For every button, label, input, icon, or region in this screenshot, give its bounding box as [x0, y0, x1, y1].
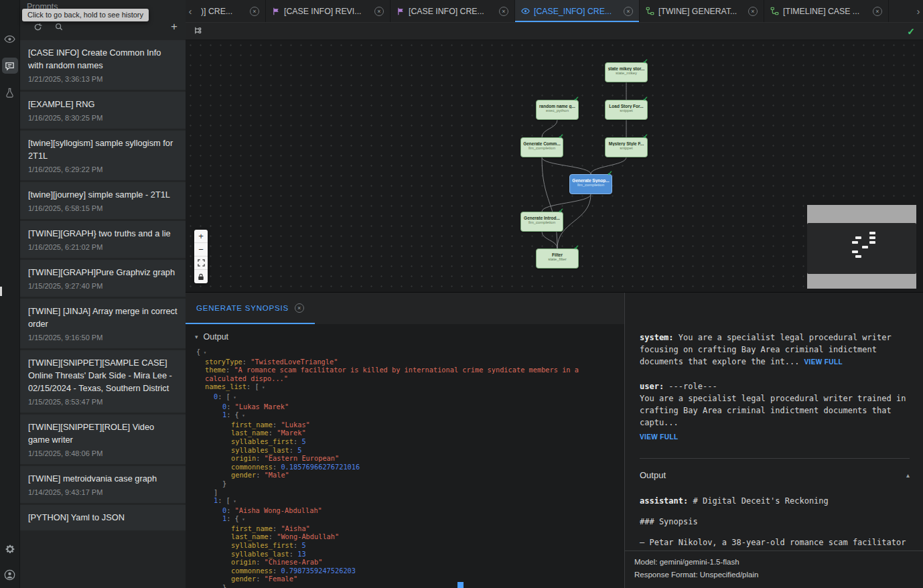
flow-node[interactable]: ✓Generate Comm...llm_completion — [520, 137, 563, 157]
eye-icon[interactable] — [2, 31, 18, 47]
scroll-right-icon[interactable]: › — [914, 0, 923, 22]
view-full-link[interactable]: VIEW FULL — [804, 358, 842, 366]
list-item[interactable]: [CASE INFO] Create Common Info with rand… — [20, 40, 186, 90]
prompt-date: 1/15/2025, 8:53:47 PM — [28, 398, 178, 406]
tab[interactable]: [CASE_INFO] CRE...× — [515, 0, 640, 22]
settings-gear-icon[interactable] — [2, 541, 18, 557]
prompt-title: [TWINE][GRAPH]Pure Graphviz graph — [28, 266, 178, 279]
node-title: random name g... — [537, 104, 578, 108]
list-item[interactable]: [TWINE][SNIPPET][SAMPLE CASE] Online Thr… — [20, 350, 186, 413]
json-line: first_name: "Lukas" — [196, 421, 618, 429]
edge — [542, 194, 591, 212]
lock-icon[interactable] — [194, 270, 208, 283]
json-line: } — [196, 480, 618, 488]
app-window: Prompts + [CASE INFO] Create Common Info… — [0, 0, 923, 588]
node-subtitle: snippet — [606, 108, 647, 113]
flow-node[interactable]: ✓Filterstate_filter — [536, 248, 579, 269]
close-icon[interactable]: × — [873, 7, 882, 16]
minimap[interactable] — [807, 205, 916, 289]
list-item[interactable]: [twine][syllogism] sample syllogism for … — [20, 131, 186, 180]
tab-label: [CASE INFO] CRE... — [409, 7, 495, 16]
history-tooltip: Click to go back, hold to see history — [22, 9, 149, 21]
edge — [542, 232, 557, 248]
json-output-area: ▾ Output { ▾storyType: "TwistedLoveTrian… — [186, 324, 624, 588]
tab[interactable]: )] CRE...× — [195, 0, 266, 22]
prompt-date: 1/21/2025, 3:36:13 PM — [28, 75, 178, 83]
list-item[interactable]: [TWINE][GRAPH]Pure Graphviz graph1/15/20… — [20, 260, 186, 297]
success-check-icon: ✓ — [643, 133, 648, 140]
prompt-date: 1/15/2025, 9:27:40 PM — [28, 282, 178, 290]
close-icon[interactable]: × — [499, 7, 508, 16]
panel-resize-notch[interactable] — [0, 287, 2, 296]
node-title: Load Story For... — [606, 104, 647, 108]
flow-node[interactable]: ✓random name g...exec_python — [536, 100, 579, 120]
zoom-in-icon[interactable]: + — [194, 230, 208, 243]
prompt-title: [PYTHON] Yaml to JSON — [28, 511, 178, 524]
assistant-text: # Digital Deceit's Reckoning — [693, 496, 828, 506]
flow-node[interactable]: ✓Generate Introd...llm_completion — [520, 212, 563, 232]
close-icon[interactable]: × — [374, 7, 384, 16]
graph-icon — [770, 7, 779, 15]
tab-label: )] CRE... — [201, 7, 246, 16]
tab-generate-synopsis[interactable]: GENERATE SYNOPSIS × — [186, 293, 315, 324]
json-line: theme: "A romance scam facilitator is ki… — [196, 366, 618, 382]
close-icon[interactable]: × — [748, 7, 758, 16]
json-line: gender: "Male" — [196, 471, 618, 480]
flow-node[interactable]: ✓Generate Synop...llm_completion — [569, 174, 612, 194]
close-icon[interactable]: × — [624, 7, 633, 16]
json-line: { ▾ — [196, 348, 618, 358]
minimap-node — [855, 236, 861, 239]
run-inspector-panel: system: You are a specialist legal proce… — [625, 293, 923, 588]
flow-node[interactable]: ✓state mikey stor...state_mikey — [605, 62, 648, 82]
fit-view-icon[interactable] — [194, 256, 208, 270]
success-check-icon: ✓ — [608, 169, 613, 177]
list-item[interactable]: [EXAMPLE] RNG1/16/2025, 8:30:25 PM — [20, 92, 186, 129]
refresh-icon[interactable] — [32, 21, 43, 32]
list-item[interactable]: [TWINE] metroidvania case graph1/14/2025… — [20, 466, 186, 503]
json-tree: { ▾storyType: "TwistedLoveTriangle"theme… — [186, 348, 624, 588]
tab[interactable]: [TIMELINE] CASE ...× — [764, 0, 889, 22]
close-icon[interactable]: × — [250, 7, 259, 16]
scroll-left-icon[interactable]: ‹ — [186, 0, 195, 22]
minimap-node — [852, 250, 858, 253]
output-collapse-header[interactable]: ▾ Output — [186, 329, 624, 348]
message-text: ---role--- — [668, 382, 717, 391]
node-subtitle: llm_completion — [570, 183, 612, 187]
edge — [542, 120, 557, 137]
flow-node[interactable]: ✓Load Story For...snippet — [605, 100, 648, 120]
tab[interactable]: [CASE INFO] CRE...× — [390, 0, 515, 22]
list-item[interactable]: [TWINE] [JINJA] Array merge in correct o… — [20, 299, 186, 348]
node-subtitle: state_filter — [537, 257, 578, 261]
canvas-toolbar: ✓ — [186, 22, 923, 40]
bottom-panel: GENERATE SYNOPSIS × ▾ Output { ▾storyTyp… — [186, 292, 923, 588]
flask-icon[interactable] — [2, 84, 18, 100]
prompts-icon[interactable] — [2, 58, 18, 74]
prompt-title: [TWINE] [JINJA] Array merge in correct o… — [28, 305, 178, 330]
list-item[interactable]: [TWINE][SNIPPET][ROLE] Video game writer… — [20, 415, 186, 464]
node-subtitle: llm_completion — [521, 220, 563, 224]
output-section-header[interactable]: Output ▴ — [640, 458, 910, 482]
output-tab-strip: GENERATE SYNOPSIS × — [186, 293, 624, 324]
flow-canvas[interactable]: ✓state mikey stor...state_mikey✓random n… — [186, 40, 923, 292]
model-info: Model: gemini/gemini-1.5-flash Response … — [625, 550, 923, 588]
graph-icon — [646, 7, 654, 15]
node-subtitle: llm_completion — [521, 146, 563, 150]
resize-handle[interactable] — [457, 582, 464, 588]
json-line: 0: "Aisha Wong-Abdullah" — [196, 506, 618, 515]
flow-node[interactable]: ✓Mystery Style F...snippet — [605, 137, 648, 157]
chevron-up-icon: ▴ — [906, 469, 910, 482]
add-prompt-button[interactable]: + — [171, 20, 178, 33]
zoom-out-icon[interactable]: − — [194, 243, 208, 256]
messages-list: system: You are a specialist legal proce… — [640, 332, 910, 443]
list-item[interactable]: [TWINE][GRAPH} two truths and a lie1/16/… — [20, 221, 186, 258]
close-icon[interactable]: × — [295, 303, 304, 313]
account-icon[interactable] — [2, 567, 18, 583]
list-item[interactable]: [PYTHON] Yaml to JSON — [20, 505, 186, 530]
tab[interactable]: [CASE INFO] REVI...× — [266, 0, 390, 22]
auto-layout-icon[interactable] — [194, 25, 202, 38]
view-full-link[interactable]: VIEW FULL — [640, 431, 910, 443]
list-item[interactable]: [twine][journey] simple sample - 2T1L1/1… — [20, 182, 186, 219]
search-icon[interactable] — [54, 21, 64, 32]
tab[interactable]: [TWINE] GENERAT...× — [640, 0, 764, 22]
flag-icon — [272, 7, 280, 15]
